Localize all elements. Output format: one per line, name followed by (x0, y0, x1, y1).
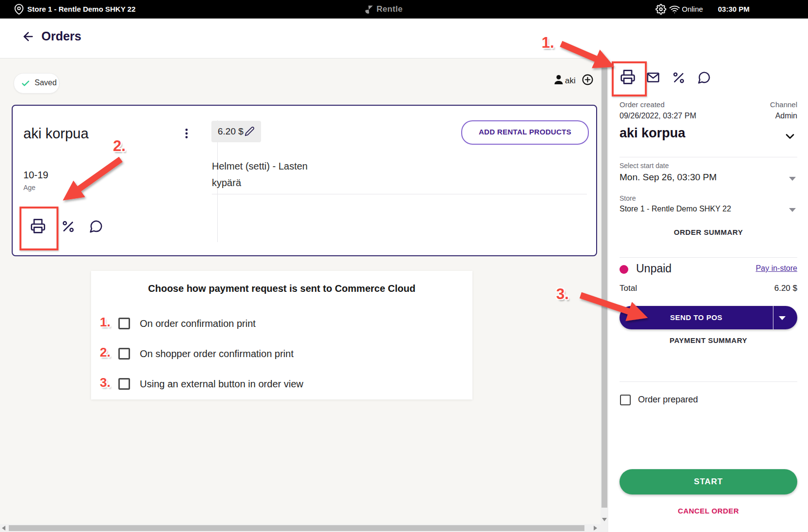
cancel-order-button[interactable]: CANCEL ORDER (620, 507, 797, 515)
online-status: Online (682, 5, 703, 13)
price-value: 6.20 $ (218, 126, 244, 137)
add-user-icon[interactable] (582, 74, 594, 86)
discount-percent-icon[interactable] (672, 71, 686, 85)
panel-title: Choose how payment request is sent to Co… (91, 283, 472, 294)
annotation-number-1: 1. (100, 315, 111, 330)
checkbox-external-button[interactable] (118, 378, 130, 390)
scroll-left-arrow[interactable] (2, 526, 5, 531)
saved-status-badge: Saved (14, 73, 59, 94)
option-label[interactable]: Using an external button in order view (140, 379, 303, 390)
kebab-menu-icon[interactable] (180, 127, 193, 142)
start-date-label: Select start date (620, 162, 669, 170)
scroll-down-arrow[interactable] (602, 518, 607, 521)
clock: 03:30 PM (718, 5, 750, 13)
add-rental-products-button[interactable]: ADD RENTAL PRODUCTS (461, 120, 589, 145)
vertical-scrollbar-thumb[interactable] (601, 59, 607, 508)
settings-gear-icon[interactable] (656, 4, 666, 15)
back-arrow-icon[interactable] (21, 30, 35, 43)
chevron-down-icon[interactable] (783, 130, 797, 143)
product-name-line2: kypärä (212, 177, 241, 189)
start-date-select[interactable]: Mon. Sep 26, 03:30 PM (620, 172, 717, 183)
order-prepared-checkbox[interactable] (620, 395, 631, 405)
channel-label: Channel (620, 100, 797, 109)
order-item-card: aki korpua 10-19 Age 6.20 $ ADD RENTAL P… (12, 105, 597, 256)
annotation-label-1: 1. (542, 34, 554, 52)
comment-bubble-icon[interactable] (697, 71, 711, 85)
rentle-logo-icon (364, 4, 374, 16)
annotation-box-card-printer (19, 207, 58, 250)
sidebar-divider (620, 381, 797, 382)
discount-percent-icon[interactable] (61, 219, 75, 234)
split-button-divider (773, 306, 773, 329)
wifi-icon (669, 4, 680, 15)
horizontal-scrollbar-thumb[interactable] (9, 525, 584, 531)
check-icon (21, 79, 30, 88)
caret-down-icon[interactable] (779, 316, 786, 320)
annotation-number-2: 2. (100, 345, 111, 360)
scroll-right-arrow[interactable] (594, 526, 597, 531)
send-to-pos-label: SEND TO POS (620, 313, 773, 322)
annotation-box-sidebar-printer (612, 61, 647, 96)
send-to-pos-button[interactable]: SEND TO POS (620, 306, 797, 329)
current-store-label[interactable]: Store 1 - Rentle Demo SHKY 22 (27, 5, 135, 13)
payment-summary-heading[interactable]: PAYMENT SUMMARY (620, 336, 797, 344)
caret-down-icon[interactable] (789, 177, 796, 181)
product-row-divider (212, 194, 587, 194)
checkbox-shopper-confirmation-print[interactable] (118, 348, 130, 360)
order-summary-heading[interactable]: ORDER SUMMARY (620, 228, 797, 236)
edit-pencil-icon[interactable] (244, 126, 255, 136)
pay-in-store-link[interactable]: Pay in-store (620, 264, 797, 273)
annotation-number-3: 3. (100, 375, 111, 390)
annotation-label-3: 3. (556, 285, 569, 303)
store-label: Store (620, 194, 636, 202)
comment-bubble-icon[interactable] (89, 219, 103, 234)
product-name-line1: Helmet (setti) - Lasten (212, 161, 308, 172)
payment-request-panel: Choose how payment request is sent to Co… (91, 271, 472, 399)
page-title: Orders (41, 29, 81, 43)
email-icon[interactable] (646, 70, 660, 85)
age-label: Age (23, 184, 36, 191)
age-value: 10-19 (23, 170, 48, 181)
card-customer-name: aki korpua (23, 126, 89, 142)
saved-label: Saved (35, 78, 56, 87)
sidebar-customer-name[interactable]: aki korpua (620, 126, 685, 141)
sidebar-divider (620, 257, 797, 258)
brand-name: Rentle (376, 4, 403, 14)
assigned-user-name: aki (565, 76, 576, 86)
option-label[interactable]: On shopper order confirmation print (140, 348, 294, 360)
caret-down-icon[interactable] (789, 208, 796, 212)
start-button[interactable]: START (620, 469, 797, 494)
price-chip[interactable]: 6.20 $ (211, 121, 261, 142)
option-label[interactable]: On order confirmation print (140, 318, 256, 329)
total-value: 6.20 $ (620, 284, 797, 293)
store-select[interactable]: Store 1 - Rentle Demo SHKY 22 (620, 205, 731, 213)
person-icon (553, 73, 564, 88)
top-status-bar: Store 1 - Rentle Demo SHKY 22 Rentle Onl… (0, 0, 808, 19)
channel-value: Admin (620, 112, 797, 120)
location-pin-icon (14, 4, 24, 15)
checkbox-order-confirmation-print[interactable] (118, 318, 130, 329)
sidebar-divider (620, 157, 797, 157)
rentle-pos-window: Store 1 - Rentle Demo SHKY 22 Rentle Onl… (0, 0, 808, 532)
annotation-label-2: 2. (113, 137, 126, 155)
order-prepared-label[interactable]: Order prepared (638, 395, 698, 405)
